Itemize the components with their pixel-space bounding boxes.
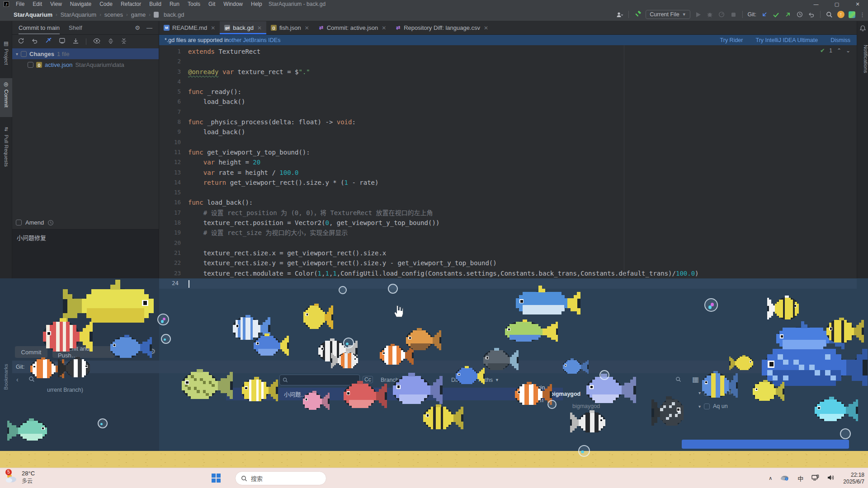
menu-view[interactable]: View [46, 1, 66, 7]
sidebar-item-notifications[interactable]: Notifications [857, 45, 868, 73]
changelist-icon[interactable] [59, 38, 66, 46]
amend-checkbox[interactable] [16, 220, 22, 225]
onedrive-cloud-icon[interactable]: i [780, 474, 789, 482]
collapse-all-icon[interactable] [121, 38, 127, 46]
tray-chevron-up-icon[interactable]: ∧ [769, 475, 772, 481]
changes-checkbox[interactable] [21, 51, 27, 57]
menu-help[interactable]: Help [247, 1, 266, 7]
tab-Repository Diff: language.csv[interactable]: ⇄Repository Diff: language.csv✕ [391, 21, 493, 34]
user-icon[interactable] [616, 11, 623, 19]
weather-widget[interactable]: 5 28°C 多云 [5, 470, 35, 484]
code-editor[interactable]: 1234567891011121314151617181920212223 ex… [159, 45, 857, 278]
more-options-icon[interactable]: ⋮ [859, 11, 865, 18]
close-tab-icon[interactable]: ✕ [257, 25, 262, 31]
tab-commit-to-main[interactable]: Commit to main [19, 21, 60, 34]
message-history-icon[interactable] [47, 220, 54, 226]
panel-hide-icon[interactable]: — [146, 24, 152, 31]
git-push-icon[interactable] [784, 11, 792, 19]
menu-window[interactable]: Window [219, 1, 247, 7]
update-available-icon[interactable]: ↑ [837, 11, 844, 18]
maximize-button[interactable]: ▢ [826, 0, 847, 8]
menu-build[interactable]: Build [145, 1, 165, 7]
close-tab-icon[interactable]: ✕ [305, 25, 309, 31]
sidebar-item-bookmarks[interactable]: Bookmarks [3, 357, 9, 396]
clock-widget[interactable]: 22:18 2025/6/7 [843, 472, 864, 485]
minimize-button[interactable]: — [806, 0, 826, 8]
build-hammer-icon[interactable] [634, 11, 642, 19]
history-icon[interactable] [796, 11, 803, 19]
menu-tools[interactable]: Tools [184, 1, 204, 7]
close-tab-icon[interactable]: ✕ [484, 25, 488, 31]
taskbar-search[interactable]: 搜索 [235, 471, 326, 485]
git-selected-file-row[interactable] [682, 440, 849, 449]
run-config-select[interactable]: Current File▼ [646, 10, 690, 19]
git-find-icon[interactable] [675, 376, 681, 384]
banner-action-dismiss[interactable]: Dismiss [830, 37, 850, 43]
run-button[interactable] [694, 11, 702, 19]
code-line [188, 77, 699, 87]
menu-refactor[interactable]: Refactor [117, 1, 145, 7]
prev-problem-icon[interactable]: ⌃ [837, 47, 841, 54]
git-detail-row[interactable]: ▾ Aq un [698, 403, 728, 409]
git-update-icon[interactable] [760, 11, 768, 19]
shelve-icon[interactable] [72, 38, 79, 46]
changes-tree-root[interactable]: ▾ Changes 1 file [12, 48, 159, 59]
inspection-widget[interactable]: ✔ 1 ⌃ ⌄ [820, 47, 850, 54]
breadcrumb[interactable]: StarAquarium›StarAquarium›scenes›game›ba… [14, 11, 184, 18]
menu-file[interactable]: File [12, 1, 28, 7]
breadcrumb-item[interactable]: scenes [104, 11, 123, 18]
pull-requests-icon: ⇵ [4, 126, 9, 132]
refresh-icon[interactable] [18, 38, 24, 46]
editor-code[interactable]: extends TextureRect @onready var texture… [188, 47, 699, 278]
commit-arrows-icon[interactable] [45, 38, 52, 46]
rollback-icon[interactable] [31, 38, 38, 46]
search-icon [241, 475, 247, 482]
menu-run[interactable]: Run [165, 1, 184, 7]
stop-button[interactable] [730, 11, 737, 19]
volume-icon[interactable] [827, 474, 835, 482]
toolbox-icon[interactable] [849, 11, 855, 18]
changed-file-row[interactable]: {} active.json StarAquarium\data [12, 59, 159, 70]
close-tab-icon[interactable]: ✕ [211, 25, 215, 31]
profiler-button[interactable] [718, 11, 726, 19]
file-checkbox[interactable] [28, 62, 33, 68]
next-problem-icon[interactable]: ⌄ [846, 47, 850, 54]
menu-git[interactable]: Git [204, 1, 219, 7]
expand-all-icon[interactable] [108, 38, 114, 46]
bubble [157, 314, 169, 325]
tab-Commit: active.json[interactable]: ⇄Commit: active.json✕ [314, 21, 391, 34]
debug-button[interactable] [706, 11, 714, 19]
view-options-eye-icon[interactable] [93, 38, 101, 45]
notifications-bell-icon[interactable] [857, 25, 868, 33]
ime-indicator[interactable]: 中 [797, 474, 803, 483]
git-commit-check-icon[interactable] [772, 11, 780, 19]
breadcrumb-item[interactable]: game [131, 11, 146, 18]
banner-link[interactable]: other JetBrains IDEs [229, 37, 281, 43]
git-back-icon[interactable]: ‹ [16, 376, 19, 384]
sidebar-item-project[interactable]: ▤Project [0, 38, 12, 81]
breadcrumb-item[interactable]: StarAquarium [61, 11, 96, 18]
amend-label: Amend [25, 219, 44, 226]
git-layout-grid-icon[interactable]: ▦ [692, 375, 699, 384]
tab-back.gd[interactable]: gdback.gd✕ [220, 21, 266, 34]
menu-navigate[interactable]: Navigate [66, 1, 95, 7]
menu-code[interactable]: Code [95, 1, 117, 7]
rollback-icon[interactable] [807, 11, 815, 19]
breadcrumb-item[interactable]: back.gd [164, 11, 184, 18]
breadcrumb-item[interactable]: StarAquarium [14, 11, 52, 18]
banner-action-try-rider[interactable]: Try Rider [720, 37, 743, 43]
search-everywhere-icon[interactable] [826, 11, 833, 19]
menu-edit[interactable]: Edit [28, 1, 46, 7]
network-cast-icon[interactable] [811, 474, 819, 482]
tab-README.md[interactable]: MREADME.md✕ [159, 21, 220, 34]
close-button[interactable]: ✕ [847, 0, 868, 8]
panel-settings-gear-icon[interactable]: ⚙ [135, 24, 140, 31]
chevron-down-icon[interactable]: ▾ [16, 52, 18, 56]
sidebar-item-commit[interactable]: ◎Commit [0, 78, 12, 117]
close-tab-icon[interactable]: ✕ [382, 25, 386, 31]
tab-fish.json[interactable]: {}fish.json✕ [266, 21, 314, 34]
start-button[interactable] [210, 472, 222, 484]
banner-action-try-intellij-idea-ultimate[interactable]: Try IntelliJ IDEA Ultimate [755, 37, 818, 43]
tab-shelf[interactable]: Shelf [69, 21, 82, 34]
sidebar-item-pull-requests[interactable]: ⇵Pull Requests [0, 123, 12, 194]
